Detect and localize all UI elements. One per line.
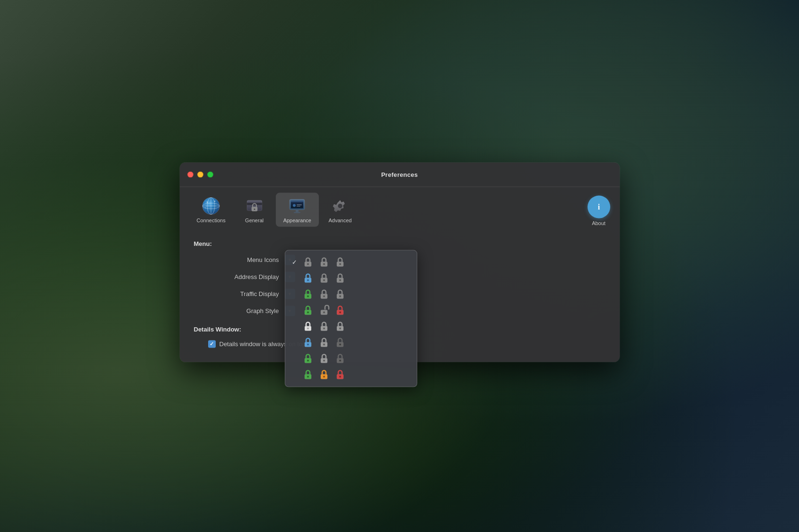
svg-text:i: i [597,202,600,210]
lock-icon-3-2 [334,304,347,317]
graph-style-label: Graph Style [194,307,279,314]
tab-general[interactable]: General [233,192,276,227]
titlebar: Preferences [180,162,620,187]
svg-point-29 [339,263,341,265]
gear-icon [331,196,350,215]
dropdown-row-3[interactable] [288,302,414,318]
lock-icon-3-0 [301,304,315,317]
dropdown-row-2[interactable] [288,286,414,302]
lock-icon-6-0 [301,352,315,365]
svg-point-18 [293,204,296,207]
lock-icon-7-0 [301,368,315,381]
lock-icon-5-2 [334,336,347,349]
svg-point-8 [205,207,206,208]
svg-point-7 [214,201,215,201]
svg-point-47 [339,311,341,313]
svg-point-39 [323,295,325,297]
svg-point-61 [307,359,309,361]
about-container: i About [588,193,610,226]
svg-point-27 [323,263,325,265]
lock-icon-4-0 [301,320,315,333]
monitor-icon [288,196,307,215]
tab-connections-label: Connections [197,217,226,223]
svg-point-71 [339,375,341,377]
svg-point-55 [307,343,309,345]
window-title: Preferences [381,171,418,178]
lock-icon-2-1 [317,288,331,301]
lock-icon-7-2 [334,368,347,381]
svg-rect-17 [294,212,300,213]
lock-icon-3-1 [317,304,331,317]
minimize-button[interactable] [197,171,203,177]
lock-icon-4-1 [317,320,331,333]
dropdown-row-1[interactable] [288,270,414,286]
address-display-label: Address Display [194,273,279,280]
tab-appearance[interactable]: Appearance [276,192,319,227]
maximize-button[interactable] [207,171,213,177]
menu-icons-row: Menu Icons ✓ [194,254,606,265]
globe-icon [202,196,220,215]
details-always-on-top-checkbox[interactable] [208,340,216,348]
dropdown-row-6[interactable] [288,350,414,366]
svg-rect-16 [296,209,299,212]
svg-point-37 [307,295,309,297]
tab-general-label: General [245,217,263,223]
main-content: Menu: Menu Icons ✓ [180,230,620,362]
svg-point-59 [339,343,341,345]
traffic-lights [187,171,213,177]
close-button[interactable] [187,171,193,177]
lock-icon-1-2 [334,271,347,285]
lock-icon-5-0 [301,336,315,349]
svg-point-67 [307,375,309,377]
svg-point-49 [307,327,309,329]
about-button[interactable]: i [588,195,610,218]
svg-point-6 [207,201,208,202]
dropdown-row-0[interactable]: ✓ [288,254,414,270]
traffic-display-label: Traffic Display [194,290,279,297]
svg-point-51 [323,327,325,329]
svg-point-12 [254,209,255,210]
lock-icon-5-1 [317,336,331,349]
svg-rect-15 [291,201,303,202]
lock-icon-0-0 [301,255,315,269]
svg-rect-20 [297,206,300,207]
card-lock-icon [245,196,264,215]
svg-point-65 [339,359,341,361]
tab-advanced-label: Advanced [329,217,352,223]
lock-icon-2-0 [301,288,315,301]
svg-point-31 [307,279,309,281]
svg-point-21 [338,203,342,208]
lock-icon-4-2 [334,320,347,333]
dropdown-row-7[interactable] [288,366,414,383]
tab-connections[interactable]: Connections [189,192,233,227]
svg-point-57 [323,343,325,345]
menu-icons-label: Menu Icons [194,256,279,263]
checkmark-0: ✓ [291,259,299,266]
lock-icon-7-1 [317,368,331,381]
menu-icons-dropdown[interactable]: ✓ [285,250,417,387]
svg-point-69 [323,375,325,377]
about-label: About [592,220,606,226]
svg-point-25 [307,263,309,265]
svg-point-45 [323,311,325,313]
lock-icon-6-2 [334,352,347,365]
dropdown-row-4[interactable] [288,318,414,334]
lock-icon-1-0 [301,271,315,285]
menu-section-label: Menu: [194,240,606,247]
dropdown-row-5[interactable] [288,334,414,350]
svg-point-53 [339,327,341,329]
svg-point-41 [339,295,341,297]
tab-advanced[interactable]: Advanced [319,192,361,227]
lock-icon-6-1 [317,352,331,365]
svg-point-35 [339,279,341,281]
lock-icon-0-2 [334,255,347,269]
lock-icon-2-2 [334,288,347,301]
tab-appearance-label: Appearance [283,217,311,223]
svg-point-43 [307,311,309,313]
svg-point-33 [323,279,325,281]
toolbar: Connections [180,187,620,230]
lock-icon-0-1 [317,255,331,269]
svg-point-63 [323,359,325,361]
svg-rect-19 [297,204,302,205]
preferences-window: Preferences [180,162,620,362]
